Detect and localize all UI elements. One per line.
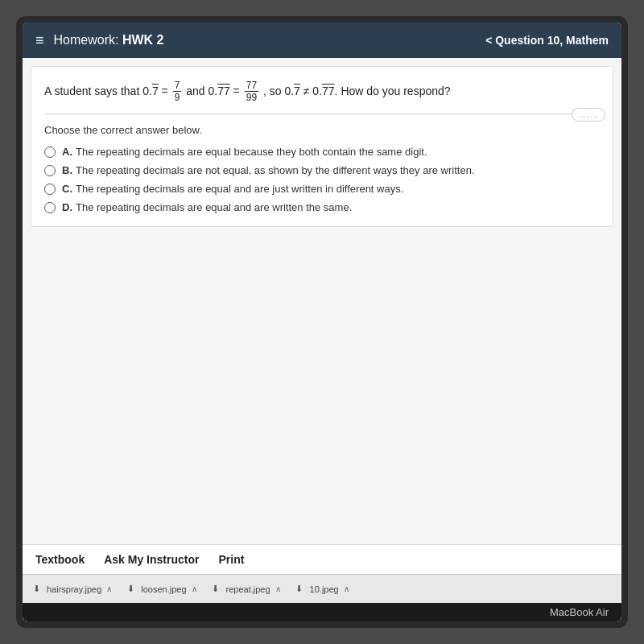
radio-d[interactable] (44, 202, 56, 213)
homework-title: Homework: HWK 2 (54, 33, 164, 47)
screen-content: ≡ Homework: HWK 2 < Question 10, Mathem … (23, 23, 621, 621)
question-info: < Question 10, Mathem (485, 34, 609, 47)
download-repeat-name: repeat.jpeg (226, 584, 270, 594)
download-loosen-icon: ⬇ (125, 584, 136, 595)
download-10jpeg-chevron[interactable]: ∧ (344, 584, 349, 593)
ask-instructor-button[interactable]: Ask My Instructor (104, 553, 199, 566)
option-d-label: D.The repeating decimals are equal and a… (62, 201, 352, 213)
option-c-text: The repeating decimals are equal and are… (76, 183, 403, 195)
textbook-button[interactable]: Textbook (35, 553, 85, 566)
option-c-label: C.The repeating decimals are equal and a… (62, 183, 403, 195)
radio-a[interactable] (44, 147, 56, 158)
options-list: A.The repeating decimals are equal becau… (44, 146, 600, 213)
question-area: A student says that 0.7 = 7 9 and 0.77 =… (31, 66, 613, 227)
decimal-inequality-left: 7 (294, 85, 300, 97)
option-a[interactable]: A.The repeating decimals are equal becau… (44, 146, 600, 158)
dots-indicator: ..... (572, 108, 605, 122)
download-loosen-chevron[interactable]: ∧ (192, 584, 197, 593)
download-10jpeg-icon: ⬇ (294, 584, 305, 595)
download-hairspray-icon: ⬇ (31, 584, 42, 595)
question-container: A student says that 0.7 = 7 9 and 0.77 =… (23, 58, 621, 544)
download-repeat: ⬇ repeat.jpeg ∧ (210, 584, 281, 595)
option-b-text: The repeating decimals are not equal, as… (76, 164, 474, 176)
option-a-text: The repeating decimals are equal because… (76, 146, 427, 158)
top-navigation-bar: ≡ Homework: HWK 2 < Question 10, Mathem (23, 23, 621, 58)
download-hairspray: ⬇ hairspray.jpeg ∧ (31, 584, 112, 595)
option-b[interactable]: B.The repeating decimals are not equal, … (44, 164, 600, 176)
fraction-77-99: 77 99 (245, 80, 258, 104)
option-d[interactable]: D.The repeating decimals are equal and a… (44, 201, 600, 213)
hamburger-menu-icon[interactable]: ≡ (35, 32, 44, 49)
download-loosen: ⬇ loosen.jpeg ∧ (125, 584, 196, 595)
main-content: A student says that 0.7 = 7 9 and 0.77 =… (23, 58, 621, 603)
homework-label: Homework: (54, 33, 122, 47)
download-10jpeg-name: 10.jpeg (310, 584, 339, 594)
bottom-action-bar: Textbook Ask My Instructor Print (23, 544, 621, 574)
macbook-label: MacBook Air (23, 603, 621, 621)
question-text: A student says that 0.7 = 7 9 and 0.77 =… (44, 80, 600, 114)
download-repeat-chevron[interactable]: ∧ (275, 584, 281, 593)
decimal-inequality-right: 77 (322, 85, 335, 97)
fraction-7-9: 7 9 (173, 80, 182, 104)
radio-b[interactable] (44, 165, 56, 176)
option-d-text: The repeating decimals are equal and are… (76, 201, 352, 213)
print-button[interactable]: Print (218, 553, 244, 566)
download-repeat-icon: ⬇ (210, 584, 221, 595)
option-b-label: B.The repeating decimals are not equal, … (62, 164, 474, 176)
decimal-077: 77 (217, 85, 230, 97)
download-bar: ⬇ hairspray.jpeg ∧ ⬇ loosen.jpeg ∧ ⬇ rep… (23, 574, 621, 603)
decimal-07: 7 (152, 85, 159, 97)
choose-answer-label: Choose the correct answer below. (44, 124, 600, 136)
screen-bezel: ≡ Homework: HWK 2 < Question 10, Mathem … (16, 16, 628, 628)
download-hairspray-chevron[interactable]: ∧ (106, 584, 112, 593)
download-loosen-name: loosen.jpeg (141, 584, 186, 594)
radio-c[interactable] (44, 184, 56, 195)
download-hairspray-name: hairspray.jpeg (47, 584, 101, 594)
option-a-label: A.The repeating decimals are equal becau… (62, 146, 427, 158)
download-10jpeg: ⬇ 10.jpeg ∧ (294, 584, 349, 595)
homework-number: HWK 2 (122, 33, 164, 47)
option-c[interactable]: C.The repeating decimals are equal and a… (44, 183, 600, 195)
